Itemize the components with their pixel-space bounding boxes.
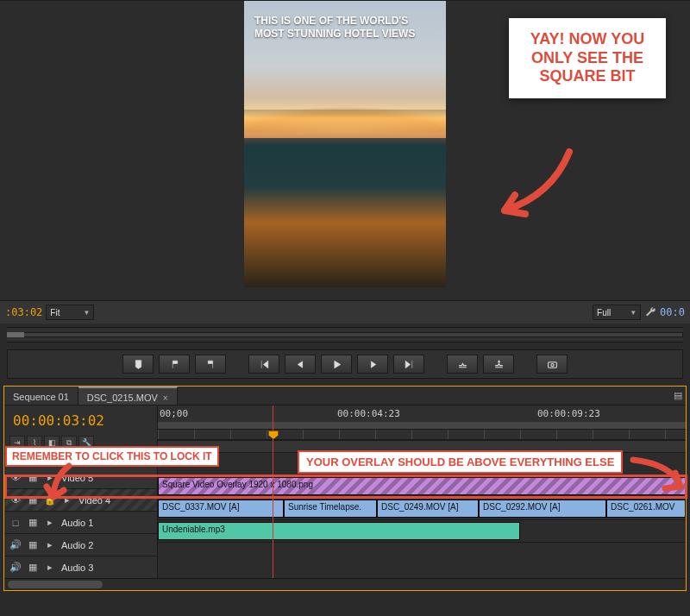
clip-label: Undeniable.mp3 [162,525,225,534]
monitor-scrubber[interactable] [7,327,683,343]
clip-overlay-png[interactable]: Square Video Overlay 1920 x 1080.png [158,477,686,495]
eye-icon[interactable]: 👁 [9,494,22,506]
lift-button[interactable] [447,355,478,374]
duration-timecode: 00:0 [660,306,685,318]
collapse-icon[interactable]: ▸ [44,539,56,551]
overlay-line-2: MOST STUNNING HOTEL VIEWS [254,28,415,40]
timeline-panel: Sequence 01 DSC_0215.MOV × ▤ 00:00:03:02… [3,386,687,591]
track-header-audio-2[interactable]: 🔊 ▦ ▸ Audio 2 [4,533,157,556]
current-timecode[interactable]: :03:02 [5,306,42,318]
sync-lock-icon[interactable]: ▦ [27,562,39,574]
extract-button[interactable] [483,355,514,374]
wrench-icon[interactable] [644,306,656,318]
callout-lock: REMEMBER TO CLICK THIS TO LOCK IT [5,446,219,467]
add-marker-button[interactable] [122,355,154,374]
timeline-timecode[interactable]: 00:00:03:02 [4,405,157,434]
panel-menu-icon[interactable]: ▤ [670,387,686,405]
export-frame-button[interactable] [536,355,568,374]
clip-label: Square Video Overlay 1920 x 1080.png [162,480,313,489]
track-name: Audio 3 [61,563,93,573]
track-name: Audio 1 [61,518,93,528]
program-monitor-panel: THIS IS ONE OF THE WORLD'S MOST STUNNING… [0,0,690,324]
clip-label: DSC_0292.MOV [A] [483,502,560,512]
collapse-icon[interactable]: ▸ [44,517,56,529]
monitor-options-bar: :03:02 Fit ▼ Full ▼ 00:0 [0,300,690,324]
timeline-horizontal-scrollbar[interactable] [4,578,686,590]
clip-a1-4[interactable]: DSC_0292.MOV [A] [479,500,606,518]
tab-sequence-01[interactable]: Sequence 01 [4,387,78,405]
collapse-icon[interactable]: ▸ [44,562,56,574]
callout-above-text: YOUR OVERLAY SHOULD BE ABOVE EVERYTHING … [306,456,614,468]
track-name: Video 4 [78,495,110,506]
mute-icon[interactable]: □ [9,517,22,529]
tab-sequence-label: Sequence 01 [13,392,69,402]
track-header-audio-1[interactable]: □ ▦ ▸ Audio 1 [4,511,157,533]
sync-lock-icon[interactable]: ▦ [27,494,39,506]
zoom-dropdown[interactable]: Fit ▼ [46,305,94,320]
lane-audio-3[interactable] [158,542,686,564]
tab-dsc-0215[interactable]: DSC_0215.MOV × [78,387,178,405]
clip-label: DSC_0337.MOV [A] [162,502,239,512]
resolution-label: Full [597,308,611,317]
callout-lock-text: REMEMBER TO CLICK THIS TO LOCK IT [12,450,212,462]
timeline-body: 00:00:03:02 ⇥ ⌇ ◧ ⧉ 🔧 👁 ▦ ▸ Video 5 👁 ▦ … [4,405,686,578]
speaker-icon[interactable]: 🔊 [9,539,22,551]
svg-rect-0 [548,361,556,368]
video-title-overlay: THIS IS ONE OF THE WORLD'S MOST STUNNING… [254,15,436,41]
speaker-icon[interactable]: 🔊 [9,562,22,574]
callout-overlay-above: YOUR OVERLAY SHOULD BE ABOVE EVERYTHING … [298,450,623,474]
clip-label: DSC_0261.MOV [611,502,674,512]
track-header-audio-3[interactable]: 🔊 ▦ ▸ Audio 3 [4,556,157,578]
clip-a1-1[interactable]: DSC_0337.MOV [A] [158,500,284,518]
step-forward-button[interactable] [357,355,388,374]
clip-a1-2[interactable]: Sunrise Timelapse. [284,500,377,518]
clip-a1-3[interactable]: DSC_0249.MOV [A] [377,500,479,518]
ruler-tick: 00:00:04:23 [337,408,400,419]
track-header-video-4[interactable]: 👁 ▦ 🔒 ▸ Video 4 [4,488,157,511]
clip-label: DSC_0249.MOV [A] [381,502,458,512]
clip-a2-1[interactable]: Undeniable.mp3 [158,522,520,540]
track-header-video-5[interactable]: 👁 ▦ ▸ Video 5 [4,466,157,488]
chevron-down-icon: ▼ [83,309,90,317]
arrow-annotation-icon [492,143,578,221]
eye-icon[interactable]: 👁 [9,472,22,484]
time-ruler[interactable]: 00;00 00:00:04:23 00:00:09:23 [158,405,686,440]
play-button[interactable] [321,355,352,374]
tab-clip-label: DSC_0215.MOV [87,393,158,403]
arrow-annotation-icon [629,456,689,497]
go-to-out-button[interactable] [393,355,424,374]
timeline-tab-bar: Sequence 01 DSC_0215.MOV × ▤ [4,387,686,405]
transport-controls [7,349,683,379]
timeline-tracks-area[interactable]: 00;00 00:00:04:23 00:00:09:23 Square Vid… [158,405,686,578]
step-back-button[interactable] [285,355,316,374]
clip-label: Sunrise Timelapse. [288,502,361,512]
svg-point-1 [550,363,553,366]
timeline-track-header-column: 00:00:03:02 ⇥ ⌇ ◧ ⧉ 🔧 👁 ▦ ▸ Video 5 👁 ▦ … [4,405,158,578]
playhead[interactable] [273,405,273,578]
mark-out-button[interactable] [195,355,226,374]
mark-in-button[interactable] [159,355,190,374]
lane-audio-2[interactable]: Undeniable.mp3 [158,519,686,542]
scrollbar-thumb[interactable] [8,581,103,588]
arrow-annotation-icon [43,462,78,504]
chevron-down-icon: ▼ [630,309,637,317]
ruler-tick: 00:00:09:23 [537,408,600,419]
track-name: Audio 2 [61,540,93,550]
clip-a1-5[interactable]: DSC_0261.MOV [606,500,686,518]
sync-lock-icon[interactable]: ▦ [27,517,39,529]
overlay-line-1: THIS IS ONE OF THE WORLD'S [254,15,408,27]
lane-video-4[interactable]: Square Video Overlay 1920 x 1080.png [158,475,686,497]
zoom-label: Fit [50,308,60,317]
go-to-in-button[interactable] [248,355,279,374]
callout-square-text: YAY! NOW YOU ONLY SEE THE SQUARE BIT [530,30,644,85]
sync-lock-icon[interactable]: ▦ [27,539,39,551]
program-monitor[interactable]: THIS IS ONE OF THE WORLD'S MOST STUNNING… [244,1,446,287]
lane-audio-1[interactable]: DSC_0337.MOV [A] Sunrise Timelapse. DSC_… [158,497,686,519]
callout-square: YAY! NOW YOU ONLY SEE THE SQUARE BIT [509,18,666,98]
ruler-tick: 00;00 [160,408,188,419]
close-icon[interactable]: × [163,393,168,403]
resolution-dropdown[interactable]: Full ▼ [593,305,641,320]
sync-lock-icon[interactable]: ▦ [27,472,39,484]
